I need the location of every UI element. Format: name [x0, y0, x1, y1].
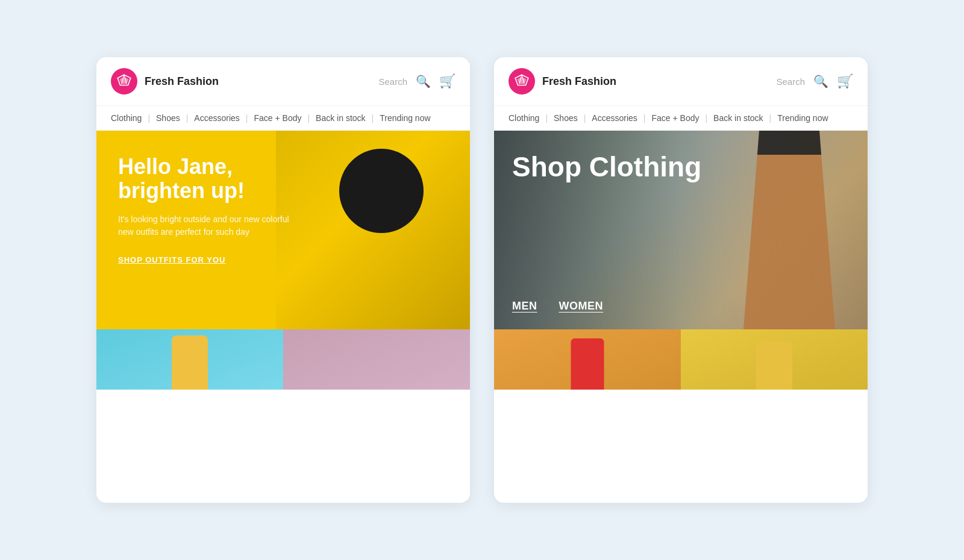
cta-men[interactable]: MEN [512, 300, 537, 313]
person-figure-yellow [756, 341, 792, 390]
hero-ctas-2: MEN WOMEN [512, 300, 603, 313]
svg-marker-1 [119, 76, 128, 84]
thumbnail-pink[interactable] [283, 329, 470, 390]
logo-icon-1[interactable] [111, 68, 137, 95]
nav-shoes-1[interactable]: Shoes [156, 113, 180, 123]
nav-face-body-1[interactable]: Face + Body [254, 113, 301, 123]
nav-accessories-1[interactable]: Accessories [194, 113, 239, 123]
card-1: Fresh Fashion Search 🔍 🛒 Clothing | Shoe… [96, 57, 470, 503]
hero-image-1 [276, 131, 470, 329]
cta-women[interactable]: WOMEN [559, 300, 604, 313]
hero-section-1: Hello Jane, brighten up! It's looking br… [96, 131, 470, 329]
nav-trending-1[interactable]: Trending now [380, 113, 430, 123]
brand-name-1: Fresh Fashion [145, 75, 378, 88]
thumbnail-orange[interactable] [494, 329, 681, 390]
nav-clothing-2[interactable]: Clothing [509, 113, 539, 123]
person-figure-orange [571, 338, 604, 390]
thumbnail-yellow[interactable] [681, 329, 868, 390]
nav-back-in-stock-1[interactable]: Back in stock [316, 113, 365, 123]
thumbnail-row-1 [96, 329, 470, 390]
header-2: Fresh Fashion Search 🔍 🛒 [494, 57, 868, 106]
hero-section-2: Shop Clothing MEN WOMEN [494, 131, 868, 329]
search-icon-1[interactable]: 🔍 [416, 74, 431, 89]
nav-face-body-2[interactable]: Face + Body [651, 113, 699, 123]
search-icon-2[interactable]: 🔍 [813, 74, 828, 89]
card-2: Fresh Fashion Search 🔍 🛒 Clothing | Shoe… [494, 57, 868, 503]
brand-name-2: Fresh Fashion [542, 75, 776, 88]
hero-dark-text-2: Shop Clothing [512, 152, 701, 181]
thumbnail-row-2 [494, 329, 868, 390]
nav-accessories-2[interactable]: Accessories [592, 113, 637, 123]
svg-marker-5 [517, 76, 526, 84]
logo-icon-2[interactable] [509, 68, 535, 95]
hat-shape [339, 149, 424, 233]
person-figure-cyan [172, 335, 208, 390]
nav-trending-2[interactable]: Trending now [777, 113, 828, 123]
hero-dark-title-2: Shop Clothing [512, 152, 701, 181]
hero-text-1: Hello Jane, brighten up! It's looking br… [118, 155, 299, 264]
nav-shoes-2[interactable]: Shoes [554, 113, 578, 123]
person-figure-pink [355, 335, 398, 390]
hero-subtitle-1: It's looking bright outside and our new … [118, 213, 299, 238]
search-label-2: Search [776, 76, 805, 87]
cart-icon-2[interactable]: 🛒 [837, 73, 853, 89]
header-right-2: Search 🔍 🛒 [776, 73, 853, 89]
cart-icon-1[interactable]: 🛒 [439, 73, 455, 89]
nav-back-in-stock-2[interactable]: Back in stock [713, 113, 763, 123]
nav-clothing-1[interactable]: Clothing [111, 113, 142, 123]
nav-2: Clothing | Shoes | Accessories | Face + … [494, 106, 868, 131]
nav-1: Clothing | Shoes | Accessories | Face + … [96, 106, 470, 131]
header-right-1: Search 🔍 🛒 [378, 73, 455, 89]
search-label-1: Search [378, 76, 407, 87]
thumbnail-cyan[interactable] [96, 329, 283, 390]
hero-cta-1[interactable]: SHOP OUTFITS FOR YOU [118, 255, 299, 264]
hero-title-1: Hello Jane, brighten up! [118, 155, 299, 202]
header-1: Fresh Fashion Search 🔍 🛒 [96, 57, 470, 106]
